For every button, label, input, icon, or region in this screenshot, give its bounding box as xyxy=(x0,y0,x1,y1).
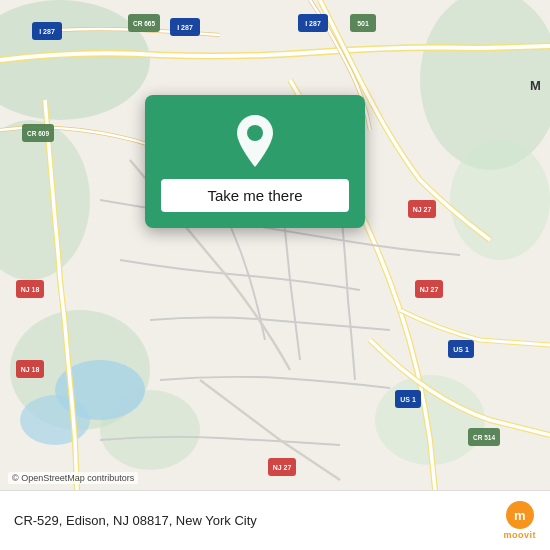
svg-text:NJ 27: NJ 27 xyxy=(420,286,439,293)
svg-text:CR 609: CR 609 xyxy=(27,130,49,137)
svg-text:NJ 27: NJ 27 xyxy=(273,464,292,471)
map-background: I 287 I 287 I 287 CR 665 CR 609 501 NJ 1… xyxy=(0,0,550,490)
svg-text:CR 665: CR 665 xyxy=(133,20,155,27)
svg-text:US 1: US 1 xyxy=(453,346,469,353)
svg-text:NJ 18: NJ 18 xyxy=(21,286,40,293)
svg-text:NJ 18: NJ 18 xyxy=(21,366,40,373)
map-svg: I 287 I 287 I 287 CR 665 CR 609 501 NJ 1… xyxy=(0,0,550,490)
osm-attribution: © OpenStreetMap contributors xyxy=(8,472,138,484)
svg-point-4 xyxy=(450,140,550,260)
pin-icon xyxy=(231,113,279,169)
svg-text:CR 514: CR 514 xyxy=(473,434,495,441)
bottom-bar: CR-529, Edison, NJ 08817, New York City … xyxy=(0,490,550,550)
address-text: CR-529, Edison, NJ 08817, New York City xyxy=(14,513,493,528)
take-me-there-button[interactable]: Take me there xyxy=(161,179,349,212)
svg-point-9 xyxy=(20,395,90,445)
location-card: Take me there xyxy=(145,95,365,228)
svg-text:I 287: I 287 xyxy=(39,28,55,35)
svg-text:NJ 27: NJ 27 xyxy=(413,206,432,213)
svg-text:M: M xyxy=(530,78,541,93)
moovit-label: moovit xyxy=(503,530,536,540)
svg-text:501: 501 xyxy=(357,20,369,27)
moovit-logo: m moovit xyxy=(503,501,536,540)
svg-text:US 1: US 1 xyxy=(400,396,416,403)
moovit-icon: m xyxy=(506,501,534,529)
svg-text:I 287: I 287 xyxy=(305,20,321,27)
svg-point-39 xyxy=(247,125,263,141)
svg-text:I 287: I 287 xyxy=(177,24,193,31)
